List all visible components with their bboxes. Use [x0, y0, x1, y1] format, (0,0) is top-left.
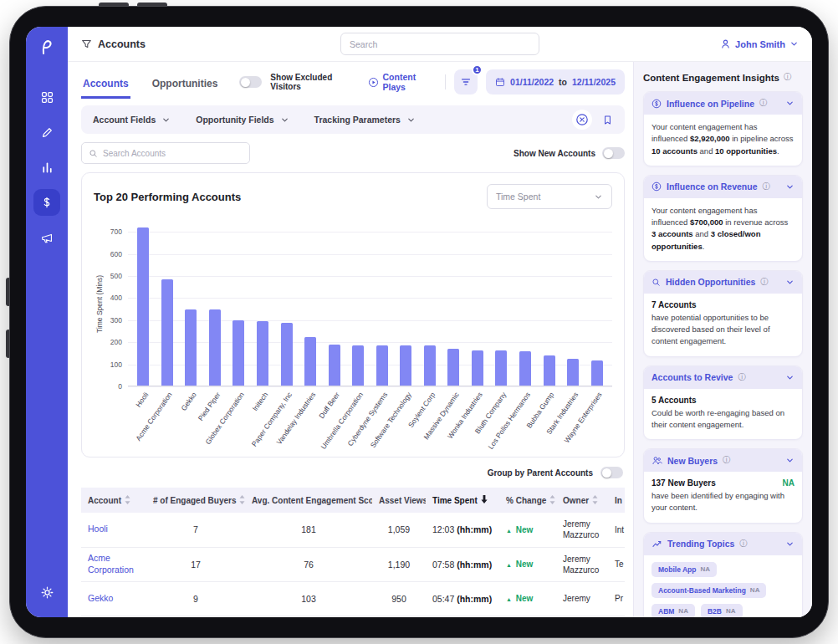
insight-card-header[interactable]: New Buyersⓘ — [644, 449, 802, 472]
global-search-input[interactable] — [340, 33, 539, 55]
insight-card-header[interactable]: Influence on Pipelineⓘ — [644, 92, 802, 115]
info-icon[interactable]: ⓘ — [738, 372, 746, 383]
bar-wonka-industries[interactable] — [472, 350, 483, 386]
bar-stark-industries[interactable] — [567, 359, 579, 386]
sidebar-item-pen[interactable] — [33, 119, 60, 146]
bar-duff-beer[interactable] — [329, 345, 340, 386]
bar-initech[interactable] — [257, 321, 268, 386]
account-link[interactable]: Gekko — [88, 593, 113, 603]
chevron-down-icon[interactable] — [785, 456, 795, 465]
insight-text-part: and — [693, 229, 711, 238]
show-new-accounts-toggle[interactable] — [602, 147, 625, 159]
column-label: Owner — [563, 496, 589, 505]
accounts-search[interactable] — [81, 142, 250, 164]
chart-slot: Massive Dynamic — [442, 221, 466, 386]
cell-account: Acme Corporation — [81, 547, 146, 581]
content-row: Accounts Opportunities Show Excluded Vis… — [68, 62, 812, 617]
chevron-down-icon[interactable] — [785, 373, 795, 382]
column-header-change[interactable]: % Change — [499, 488, 556, 513]
sidebar-item-megaphone[interactable] — [33, 224, 60, 251]
chevron-down-icon[interactable] — [785, 99, 795, 108]
bar-gekko[interactable] — [185, 309, 197, 386]
insight-card-body: 137 New BuyersNAhave been identified by … — [644, 472, 802, 523]
column-header-time-spent[interactable]: Time Spent — [426, 488, 499, 513]
info-icon[interactable]: ⓘ — [760, 277, 769, 288]
bar-software-technology[interactable] — [400, 345, 411, 386]
filter-dropdown-opportunity-fields[interactable]: Opportunity Fields — [196, 115, 289, 125]
info-icon[interactable]: ⓘ — [763, 181, 771, 192]
column-header-of-engaged-buyers[interactable]: # of Engaged Buyers — [146, 488, 245, 513]
sidebar-nav — [33, 84, 60, 251]
column-header-avg-content-engagement-score[interactable]: Avg. Content Engagement Score — [245, 488, 372, 513]
insight-card-header[interactable]: Influence on Revenueⓘ — [644, 176, 802, 198]
tab-accounts[interactable]: Accounts — [81, 78, 130, 99]
cell-industry: Te — [608, 547, 625, 581]
user-menu[interactable]: John Smith — [720, 38, 799, 49]
column-header-asset-views[interactable]: Asset Views — [372, 488, 426, 513]
filter-count-badge: 1 — [472, 64, 483, 75]
accounts-search-input[interactable] — [103, 149, 243, 158]
bar-globex-corporation[interactable] — [232, 320, 244, 386]
sidebar-item-dollar[interactable] — [33, 189, 60, 216]
date-range-picker[interactable]: 01/11/2022 to 12/11/2025 — [486, 69, 625, 95]
bar-bluth-company[interactable] — [495, 350, 507, 386]
bar-acme-corporation[interactable] — [161, 279, 173, 386]
bar-pied-piper[interactable] — [209, 309, 221, 386]
topic-tag-mobile-app[interactable]: Mobile AppNA — [651, 562, 717, 577]
filter-button[interactable]: 1 — [454, 69, 478, 95]
insight-card-title: Accounts to Revive — [651, 372, 733, 382]
bar-cyberdyne-systems[interactable] — [376, 345, 388, 386]
bar-bubba-gump[interactable] — [544, 355, 555, 386]
insight-card-header[interactable]: Trending Topicsⓘ — [644, 533, 802, 555]
insight-card-body: 5 AccountsCould be worth re-engaging bas… — [644, 389, 802, 440]
chevron-down-icon[interactable] — [785, 182, 795, 192]
info-icon[interactable]: ⓘ — [784, 72, 792, 83]
y-axis-title: Time Spent (Mins) — [94, 221, 105, 386]
insight-card-header[interactable]: Hidden Opportunitiesⓘ — [644, 271, 802, 294]
date-start: 01/11/2022 — [510, 77, 554, 87]
chevron-down-icon[interactable] — [785, 539, 795, 549]
sidebar-item-grid[interactable] — [33, 84, 60, 110]
filter-bar: Account FieldsOpportunity FieldsTracking… — [81, 105, 625, 134]
content-plays-link[interactable]: Content Plays — [368, 72, 437, 92]
column-header-account[interactable]: Account — [81, 488, 146, 513]
sidebar-item-settings[interactable] — [33, 579, 60, 606]
bar-umbrella-corporation[interactable] — [352, 345, 364, 386]
topic-tag-abm[interactable]: ABMNA — [651, 604, 695, 618]
bar-massive-dynamic[interactable] — [447, 349, 459, 386]
sidebar-item-bar-chart[interactable] — [33, 154, 60, 181]
column-header-owner[interactable]: Owner — [556, 488, 608, 513]
table-row[interactable]: Acme Corporation17761,19007:58 (hh:mm)▲ … — [81, 547, 625, 581]
bar-vandelay-industries[interactable] — [304, 337, 316, 386]
y-tick-label: 600 — [110, 250, 122, 258]
table-row[interactable]: Gekko910395005:47 (hh:mm)▲ NewJeremyPr — [81, 581, 625, 616]
app-logo-icon[interactable] — [37, 37, 57, 57]
chevron-down-icon[interactable] — [785, 278, 795, 287]
table-row[interactable]: Hooli71811,05912:03 (hh:mm)▲ NewJeremy M… — [81, 513, 625, 547]
global-search[interactable] — [340, 33, 539, 55]
topic-tag-b2b[interactable]: B2BNA — [701, 604, 743, 618]
filter-dropdown-tracking-parameters[interactable]: Tracking Parameters — [314, 115, 416, 125]
circle-x-icon[interactable] — [572, 110, 592, 130]
chart-bars: HooliAcme CorporationGekkoPied PiperGlob… — [128, 221, 612, 386]
info-icon[interactable]: ⓘ — [723, 455, 731, 466]
bar-los-pollos-hermanos[interactable] — [519, 351, 531, 386]
group-by-parent-accounts-toggle[interactable] — [600, 467, 623, 478]
info-icon[interactable]: ⓘ — [739, 539, 748, 549]
account-link[interactable]: Acme Corporation — [88, 553, 134, 575]
filter-dropdown-account-fields[interactable]: Account Fields — [93, 115, 171, 125]
metric-select[interactable]: Time Spent — [487, 184, 612, 209]
bar-wayne-enterprises[interactable] — [591, 360, 603, 386]
tab-opportunities[interactable]: Opportunities — [151, 78, 220, 99]
bar-paper-company-inc[interactable] — [281, 323, 293, 386]
bookmark-icon[interactable] — [602, 115, 613, 125]
show-excluded-visitors-toggle[interactable] — [239, 76, 262, 88]
insight-card-header[interactable]: Accounts to Reviveⓘ — [644, 366, 802, 389]
info-icon[interactable]: ⓘ — [759, 98, 768, 109]
topic-tag-account-based-marketing[interactable]: Account-Based MarketingNA — [651, 583, 766, 598]
insights-title: Content Engagement Insights — [643, 73, 779, 83]
column-header-in[interactable]: In — [608, 488, 625, 513]
account-link[interactable]: Hooli — [88, 524, 108, 534]
bar-soylent-corp[interactable] — [424, 345, 436, 386]
bar-hooli[interactable] — [137, 227, 149, 386]
